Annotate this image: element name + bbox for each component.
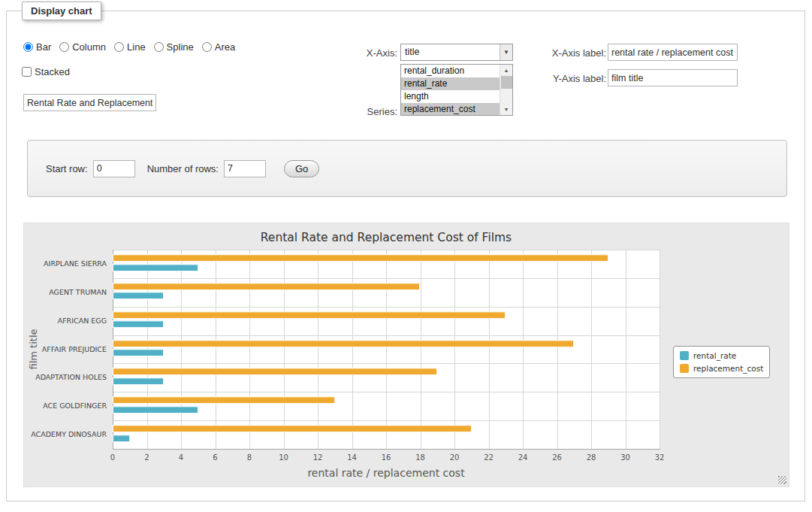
chart-type-label: Area: [215, 41, 235, 53]
x-tick-label: 26: [546, 453, 569, 462]
gridline-vertical: [557, 250, 558, 449]
chart-type-spline[interactable]: Spline: [154, 41, 194, 53]
dropdown-arrow-icon[interactable]: ▼: [500, 44, 512, 60]
start-row-input[interactable]: [93, 160, 135, 177]
x-axis-line: [113, 449, 660, 450]
gridline-horizontal: [113, 307, 660, 308]
bar-replacement_cost: [113, 311, 506, 319]
bar-rental_rate: [113, 292, 164, 299]
x-tick-label: 18: [409, 453, 432, 462]
y-axis-label-input[interactable]: [608, 69, 738, 86]
bar-replacement_cost: [113, 283, 420, 290]
chart-type-line[interactable]: Line: [114, 41, 146, 53]
gridline-horizontal: [113, 392, 660, 392]
chart-type-area[interactable]: Area: [202, 41, 235, 53]
gridline-vertical: [591, 250, 592, 449]
chart-type-column[interactable]: Column: [59, 41, 106, 53]
legend-item-rental_rate[interactable]: rental_rate: [680, 351, 763, 360]
y-axis-label-label: Y-Axis label:: [531, 73, 606, 84]
x-tick-label: 2: [136, 453, 158, 462]
display-chart-fieldset: Display chart BarColumnLineSplineArea St…: [6, 11, 805, 501]
gridline-vertical: [318, 250, 318, 449]
gridline-vertical: [284, 250, 285, 449]
legend-label: rental_rate: [693, 351, 736, 360]
series-option-rental_duration[interactable]: rental_duration: [401, 65, 500, 77]
x-tick-label: 12: [306, 453, 329, 462]
scroll-up-icon[interactable]: ▲: [500, 65, 512, 76]
category-label: AFRICAN EGG: [30, 317, 107, 325]
x-axis-label-input[interactable]: [608, 44, 738, 61]
number-of-rows-input[interactable]: [224, 160, 266, 177]
chart-type-radio-area[interactable]: [202, 42, 212, 52]
go-button[interactable]: Go: [284, 160, 319, 177]
gridline-vertical: [626, 250, 626, 449]
x-tick-label: 16: [375, 453, 397, 462]
category-label: ACADEMY DINOSAUR: [30, 430, 107, 438]
chart-type-label: Line: [127, 41, 146, 53]
gridline-vertical: [489, 250, 490, 449]
bar-rental_rate: [113, 349, 164, 356]
series-option-length[interactable]: length: [401, 90, 500, 103]
chart-type-radio-bar[interactable]: [23, 42, 33, 52]
chart-resize-handle-icon[interactable]: [778, 476, 786, 484]
chart-type-bar[interactable]: Bar: [23, 41, 51, 53]
category-label: AGENT TRUMAN: [30, 288, 107, 296]
bar-replacement_cost: [113, 368, 437, 375]
chart-type-radio-line[interactable]: [114, 42, 124, 52]
x-tick-label: 10: [273, 453, 295, 462]
bar-rental_rate: [113, 406, 198, 414]
chart-type-label: Spline: [167, 41, 194, 53]
gridline-vertical: [352, 250, 353, 449]
bar-replacement_cost: [113, 425, 472, 432]
chart-type-label: Column: [72, 41, 106, 53]
legend-item-replacement_cost[interactable]: replacement_cost: [680, 364, 763, 373]
chart-type-radio-spline[interactable]: [154, 42, 164, 52]
x-axis-selected-value: title: [405, 47, 419, 57]
rows-panel: Start row: Number of rows: Go: [27, 140, 787, 197]
category-label: AIRPLANE SIERRA: [30, 259, 107, 268]
bar-replacement_cost: [113, 254, 608, 262]
category-label: AFFAIR PREJUDICE: [30, 345, 107, 353]
series-options: rental_durationrental_ratelengthreplacem…: [401, 65, 500, 115]
x-tick-label: 24: [512, 453, 534, 462]
gridline-horizontal: [113, 335, 660, 336]
chart-type-radio-column[interactable]: [59, 42, 69, 52]
series-option-replacement_cost[interactable]: replacement_cost: [401, 103, 500, 116]
x-tick-label: 6: [204, 453, 227, 462]
chart-container: 02468101214161820222426283032AIRPLANE SI…: [23, 223, 789, 487]
series-listbox[interactable]: rental_durationrental_ratelengthreplacem…: [400, 64, 513, 116]
chart-legend: rental_ratereplacement_cost: [673, 346, 770, 378]
stacked-checkbox[interactable]: [22, 67, 32, 77]
chart-type-group: BarColumnLineSplineArea: [23, 41, 235, 53]
gridline-vertical: [660, 250, 660, 449]
stacked-label: Stacked: [35, 66, 70, 77]
scrollbar-thumb[interactable]: [501, 76, 512, 89]
gridline-horizontal: [113, 278, 660, 279]
gridline-horizontal: [113, 420, 660, 421]
series-option-rental_rate[interactable]: rental_rate: [401, 77, 500, 90]
chart-title-input[interactable]: [23, 94, 156, 111]
gridline-horizontal: [113, 250, 660, 250]
series-scrollbar[interactable]: ▲ ▼: [500, 65, 512, 115]
gridline-vertical: [181, 250, 182, 449]
x-axis-label-label: X-Axis label:: [531, 47, 606, 59]
x-tick-label: 20: [443, 453, 466, 462]
chart-type-label: Bar: [36, 41, 51, 53]
x-tick-label: 8: [238, 453, 261, 462]
gridline-vertical: [386, 250, 387, 449]
scroll-down-icon[interactable]: ▼: [500, 104, 512, 115]
stacked-option[interactable]: Stacked: [22, 66, 70, 77]
x-tick-label: 32: [648, 453, 671, 462]
gridline-vertical: [454, 250, 455, 449]
bar-replacement_cost: [113, 340, 574, 347]
x-axis-select[interactable]: title ▼: [400, 44, 513, 61]
x-tick-label: 28: [580, 453, 602, 462]
bar-rental_rate: [113, 435, 130, 442]
gridline-vertical: [421, 250, 421, 449]
fieldset-legend: Display chart: [22, 2, 101, 20]
category-label: ADAPTATION HOLES: [30, 373, 107, 381]
series-label: Series:: [340, 106, 397, 117]
x-tick-label: 4: [170, 453, 192, 462]
number-of-rows-label: Number of rows:: [147, 163, 219, 174]
bar-rental_rate: [113, 377, 164, 385]
